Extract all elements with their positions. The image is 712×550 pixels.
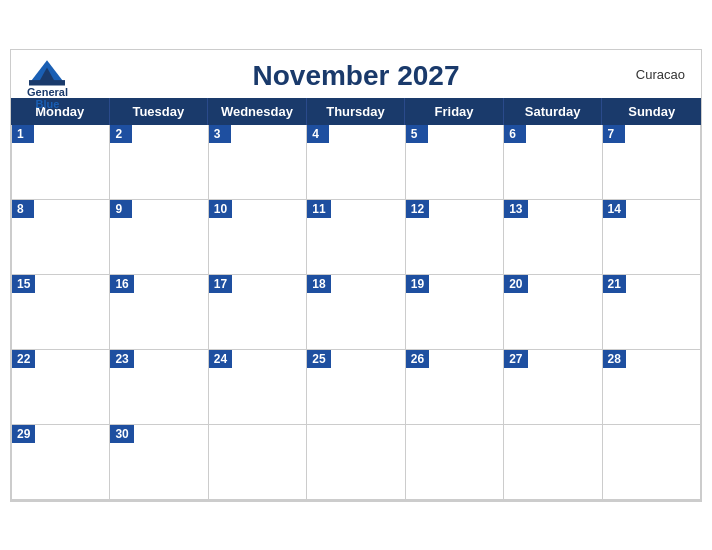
day-cell: 20 xyxy=(504,275,602,350)
day-number: 30 xyxy=(110,425,133,443)
day-number: 16 xyxy=(110,275,133,293)
day-cell xyxy=(209,425,307,500)
day-cell: 7 xyxy=(603,125,701,200)
day-cell xyxy=(406,425,504,500)
day-number: 28 xyxy=(603,350,626,368)
day-number: 8 xyxy=(12,200,34,218)
day-number: 26 xyxy=(406,350,429,368)
day-number: 15 xyxy=(12,275,35,293)
day-cell: 30 xyxy=(110,425,208,500)
day-cell: 23 xyxy=(110,350,208,425)
day-number: 25 xyxy=(307,350,330,368)
day-number: 17 xyxy=(209,275,232,293)
day-header-friday: Friday xyxy=(405,98,504,125)
day-cell: 17 xyxy=(209,275,307,350)
day-number: 27 xyxy=(504,350,527,368)
day-number: 7 xyxy=(603,125,625,143)
day-number: 10 xyxy=(209,200,232,218)
month-title: November 2027 xyxy=(27,60,685,92)
day-cell: 13 xyxy=(504,200,602,275)
day-number: 1 xyxy=(12,125,34,143)
day-header-saturday: Saturday xyxy=(504,98,603,125)
day-cell: 11 xyxy=(307,200,405,275)
day-cell: 9 xyxy=(110,200,208,275)
logo-blue: Blue xyxy=(36,98,60,110)
day-cell: 8 xyxy=(12,200,110,275)
logo-general: General xyxy=(27,86,68,98)
day-number: 13 xyxy=(504,200,527,218)
day-cell: 22 xyxy=(12,350,110,425)
days-header: Monday Tuesday Wednesday Thursday Friday… xyxy=(11,98,701,125)
day-cell: 26 xyxy=(406,350,504,425)
day-cell xyxy=(504,425,602,500)
day-cell: 18 xyxy=(307,275,405,350)
day-cell xyxy=(307,425,405,500)
day-cell: 4 xyxy=(307,125,405,200)
day-cell: 6 xyxy=(504,125,602,200)
day-cell: 25 xyxy=(307,350,405,425)
day-cell: 27 xyxy=(504,350,602,425)
day-cell: 29 xyxy=(12,425,110,500)
day-number: 9 xyxy=(110,200,132,218)
day-header-thursday: Thursday xyxy=(307,98,406,125)
logo: General Blue xyxy=(27,58,68,110)
day-cell: 3 xyxy=(209,125,307,200)
day-number: 20 xyxy=(504,275,527,293)
day-cell: 14 xyxy=(603,200,701,275)
day-header-wednesday: Wednesday xyxy=(208,98,307,125)
day-number: 22 xyxy=(12,350,35,368)
day-cell: 2 xyxy=(110,125,208,200)
calendar-grid: 1234567891011121314151617181920212223242… xyxy=(11,125,701,501)
day-number: 11 xyxy=(307,200,330,218)
day-cell: 19 xyxy=(406,275,504,350)
day-cell: 16 xyxy=(110,275,208,350)
day-number: 4 xyxy=(307,125,329,143)
day-number: 29 xyxy=(12,425,35,443)
day-cell: 24 xyxy=(209,350,307,425)
day-cell: 21 xyxy=(603,275,701,350)
day-cell xyxy=(603,425,701,500)
day-number: 24 xyxy=(209,350,232,368)
day-header-sunday: Sunday xyxy=(602,98,701,125)
day-cell: 5 xyxy=(406,125,504,200)
svg-rect-2 xyxy=(29,80,65,85)
calendar: General Blue November 2027 Curacao Monda… xyxy=(10,49,702,502)
day-cell: 28 xyxy=(603,350,701,425)
day-cell: 1 xyxy=(12,125,110,200)
day-number: 12 xyxy=(406,200,429,218)
day-number: 2 xyxy=(110,125,132,143)
day-number: 3 xyxy=(209,125,231,143)
day-header-tuesday: Tuesday xyxy=(110,98,209,125)
day-number: 23 xyxy=(110,350,133,368)
calendar-header: General Blue November 2027 Curacao xyxy=(11,50,701,98)
day-number: 18 xyxy=(307,275,330,293)
country-label: Curacao xyxy=(636,66,685,81)
day-number: 14 xyxy=(603,200,626,218)
day-cell: 15 xyxy=(12,275,110,350)
day-number: 21 xyxy=(603,275,626,293)
day-number: 19 xyxy=(406,275,429,293)
day-number: 5 xyxy=(406,125,428,143)
day-cell: 10 xyxy=(209,200,307,275)
day-number: 6 xyxy=(504,125,526,143)
day-cell: 12 xyxy=(406,200,504,275)
